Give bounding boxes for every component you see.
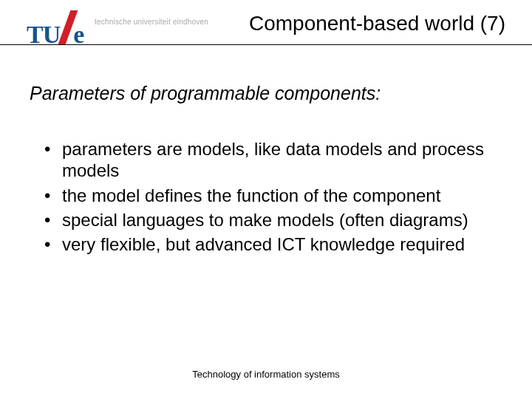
subheading: Parameters of programmable components: xyxy=(30,83,491,104)
bullet-list: parameters are models, like data models … xyxy=(30,138,491,255)
list-item: parameters are models, like data models … xyxy=(44,138,491,182)
logo-subtitle: technische universiteit eindhoven xyxy=(95,18,208,26)
logo-slash-icon xyxy=(58,13,79,43)
slide-footer: Technology of information systems xyxy=(0,369,532,380)
list-item: very flexible, but advanced ICT knowledg… xyxy=(44,233,491,255)
slide-title: Component-based world (7) xyxy=(249,12,505,35)
header-divider xyxy=(0,44,532,45)
slide: TU e technische universiteit eindhoven C… xyxy=(0,0,532,399)
university-logo: TU e xyxy=(27,13,83,49)
slide-body: Parameters of programmable components: p… xyxy=(0,47,532,255)
list-item: special languages to make models (often … xyxy=(44,209,491,231)
list-item: the model defines the function of the co… xyxy=(44,185,491,206)
slide-header: TU e technische universiteit eindhoven C… xyxy=(0,0,532,47)
